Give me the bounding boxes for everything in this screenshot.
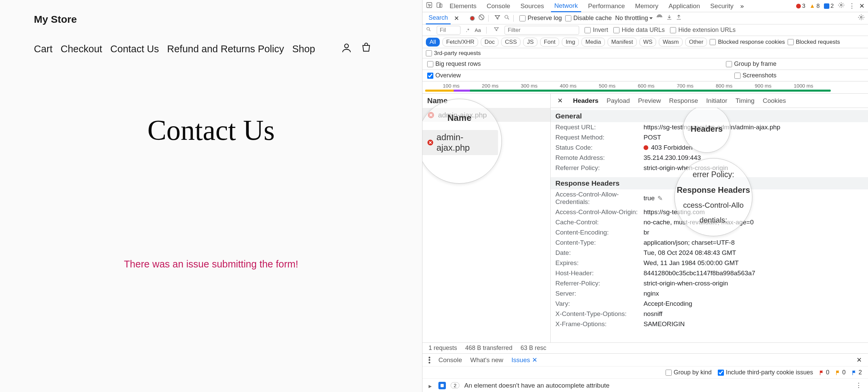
hide-data-urls-checkbox[interactable]: Hide data URLs (613, 26, 665, 34)
third-party-checkbox[interactable]: 3rd-party requests (426, 50, 481, 57)
svg-point-8 (427, 27, 430, 30)
nav-contact[interactable]: Contact Us (110, 43, 159, 55)
dtab-payload[interactable]: Payload (607, 97, 630, 105)
chip-ws[interactable]: WS (639, 38, 656, 46)
match-case-icon[interactable]: Aa (475, 27, 481, 33)
filter-icon[interactable] (494, 14, 500, 22)
tab-performance[interactable]: Performance (585, 0, 628, 12)
tab-memory[interactable]: Memory (632, 0, 662, 12)
drawer-kebab-icon[interactable] (429, 357, 430, 363)
dtab-initiator[interactable]: Initiator (706, 97, 727, 105)
timeline-overview[interactable]: 100 ms 200 ms 300 ms 400 ms 500 ms 600 m… (422, 81, 868, 94)
search-tab[interactable]: Search (426, 13, 451, 24)
network-settings-icon[interactable] (858, 14, 865, 22)
expand-icon[interactable] (429, 382, 434, 389)
tab-sources[interactable]: Sources (517, 0, 548, 12)
filter-small-input[interactable] (437, 26, 460, 35)
blocked-requests-checkbox[interactable]: Blocked requests (788, 39, 840, 45)
group-by-kind-checkbox[interactable]: Group by kind (666, 369, 712, 376)
device-icon[interactable] (436, 2, 443, 10)
error-count[interactable]: 3 (796, 3, 805, 10)
nav-cart[interactable]: Cart (34, 43, 53, 55)
include-3p-cookie-checkbox[interactable]: Include third-party cookie issues (718, 369, 813, 376)
nav-refund[interactable]: Refund and Returns Policy (167, 43, 284, 55)
chip-manifest[interactable]: Manifest (608, 38, 637, 46)
dtab-response[interactable]: Response (669, 97, 698, 105)
chip-js[interactable]: JS (523, 38, 537, 46)
big-rows-checkbox[interactable]: Big request rows (427, 60, 481, 68)
chip-media[interactable]: Media (581, 38, 605, 46)
edit-icon[interactable]: ✎ (657, 194, 663, 202)
tab-console[interactable]: Console (483, 0, 514, 12)
chip-doc[interactable]: Doc (481, 38, 498, 46)
chip-font[interactable]: Font (540, 38, 559, 46)
close-detail-icon[interactable]: ✕ (557, 97, 563, 105)
throttling-select[interactable]: No throttling (615, 15, 653, 22)
export-icon[interactable] (676, 14, 682, 22)
chip-img[interactable]: Img (562, 38, 579, 46)
nav-checkout[interactable]: Checkout (61, 43, 102, 55)
nav-shop[interactable]: Shop (292, 43, 315, 55)
tab-application[interactable]: Application (665, 0, 704, 12)
record-button[interactable] (470, 16, 475, 21)
close-search-icon[interactable]: ✕ (454, 15, 459, 22)
tab-network[interactable]: Network (551, 0, 581, 12)
settings-icon[interactable] (838, 2, 845, 10)
header-value: strict-origin-when-cross-origin (644, 280, 863, 287)
headers-body[interactable]: General Request URL:https://sg-testing.c… (551, 108, 868, 342)
dtab-timing[interactable]: Timing (735, 97, 754, 105)
preserve-log-checkbox[interactable]: Preserve log (519, 15, 562, 22)
drawer-console[interactable]: Console (438, 356, 462, 364)
tab-elements[interactable]: Elements (446, 0, 480, 12)
info-count[interactable]: 2 (824, 3, 834, 10)
overview-checkbox[interactable]: Overview (427, 72, 461, 79)
search-icon[interactable] (504, 14, 510, 22)
filter-bar: .* Aa Invert Hide data URLs Hide extensi… (422, 24, 868, 36)
chip-other[interactable]: Other (685, 38, 707, 46)
issue-row[interactable]: 2 An element doesn't have an autocomplet… (422, 378, 868, 392)
name-column-header[interactable]: Name (422, 94, 550, 108)
issue-kebab-icon[interactable]: ⋮ (855, 381, 862, 389)
warning-count[interactable]: ▲8 (809, 3, 820, 10)
account-icon[interactable] (341, 42, 352, 56)
header-value: nosniff (644, 310, 863, 318)
filter-input[interactable] (505, 26, 579, 35)
screenshots-checkbox[interactable]: Screenshots (734, 72, 776, 79)
inspect-icon[interactable] (426, 2, 433, 10)
drawer-issues[interactable]: Issues✕ (511, 356, 537, 364)
close-drawer-icon[interactable]: ✕ (856, 356, 862, 364)
header-key: Request URL: (555, 124, 644, 131)
chip-all[interactable]: All (426, 38, 440, 46)
network-conditions-icon[interactable] (656, 14, 663, 22)
request-list: Name admin-ajax.php Name admin-ajax.php (422, 94, 551, 342)
group-by-frame-checkbox[interactable]: Group by frame (726, 60, 776, 68)
response-headers-title[interactable]: Response Headers (551, 177, 868, 189)
funnel-icon[interactable] (494, 26, 499, 34)
disable-cache-checkbox[interactable]: Disable cache (565, 15, 612, 22)
clear-icon[interactable] (478, 14, 485, 22)
general-title[interactable]: General (551, 110, 868, 122)
header-key: X-Content-Type-Options: (555, 310, 644, 318)
tab-security[interactable]: Security (707, 0, 737, 12)
close-icon[interactable]: ✕ (532, 356, 537, 364)
chip-css[interactable]: CSS (501, 38, 520, 46)
request-row[interactable]: admin-ajax.php (422, 108, 550, 122)
hide-extension-urls-checkbox[interactable]: Hide extension URLs (670, 26, 735, 34)
import-icon[interactable] (666, 14, 672, 22)
cart-icon[interactable] (360, 42, 372, 56)
header-key: Expires: (555, 259, 644, 267)
close-devtools-icon[interactable]: ✕ (859, 2, 865, 10)
issue-icon (438, 382, 446, 389)
dtab-cookies[interactable]: Cookies (763, 97, 786, 105)
regex-icon[interactable]: .* (466, 27, 469, 33)
dtab-headers[interactable]: Headers (573, 97, 598, 105)
blocked-cookies-checkbox[interactable]: Blocked response cookies (710, 39, 785, 45)
search-small-icon[interactable] (426, 26, 431, 34)
invert-checkbox[interactable]: Invert (585, 26, 608, 34)
chip-wasm[interactable]: Wasm (659, 38, 683, 46)
chip-fetch[interactable]: Fetch/XHR (442, 38, 478, 46)
kebab-icon[interactable]: ⋮ (849, 2, 855, 10)
drawer-whatsnew[interactable]: What's new (470, 356, 504, 364)
dtab-preview[interactable]: Preview (638, 97, 661, 105)
tabs-overflow-icon[interactable]: » (740, 2, 744, 10)
